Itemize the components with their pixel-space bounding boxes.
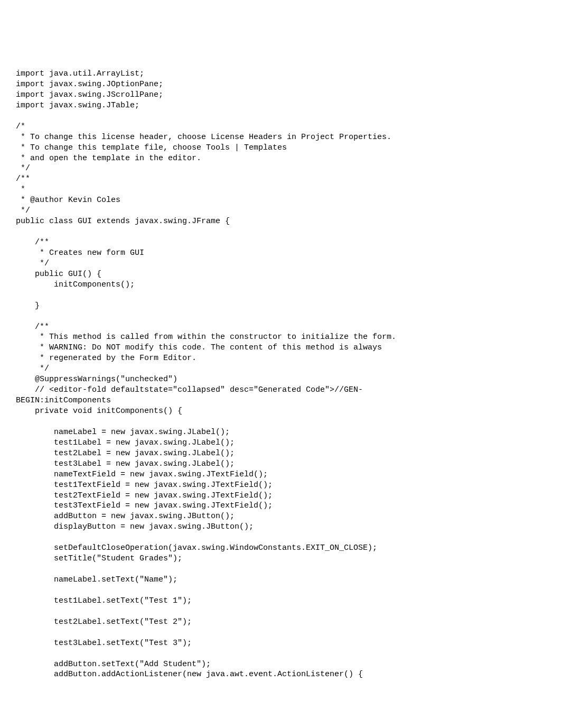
code-document: import java.util.ArrayList; import javax…: [0, 0, 561, 728]
code-block: import java.util.ArrayList; import javax…: [16, 69, 396, 679]
